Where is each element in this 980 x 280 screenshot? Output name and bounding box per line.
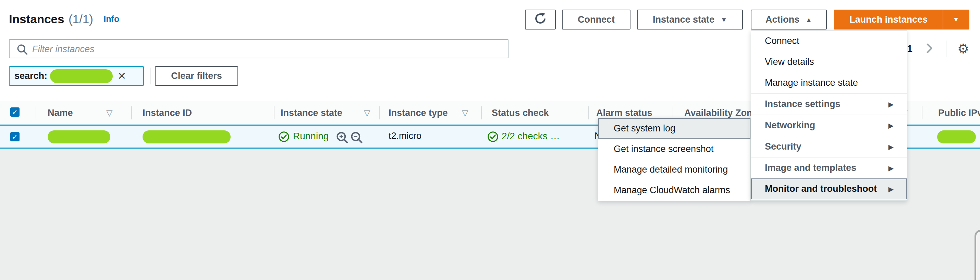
chevron-down-icon: ▼ — [953, 16, 959, 23]
instance-type-value: t2.micro — [388, 125, 422, 149]
status-check-value: 2/2 checks … — [502, 125, 560, 149]
clear-filters-label: Clear filters — [171, 71, 222, 81]
actions-button-label: Actions — [765, 14, 799, 25]
filter-tag-label: search: — [14, 71, 47, 81]
connect-button[interactable]: Connect — [562, 10, 630, 29]
status-ok-icon — [278, 131, 290, 144]
redacted-instance-name — [48, 130, 110, 144]
refresh-button[interactable] — [525, 10, 556, 29]
redacted-public-ip — [937, 130, 976, 144]
menu-item-instance-settings[interactable]: Instance settings ▶ — [751, 94, 907, 115]
instance-state-button[interactable]: Instance state ▼ — [637, 10, 743, 29]
page-header: Instances (1/1) Info — [9, 12, 119, 26]
column-divider — [36, 106, 36, 119]
submenu-arrow-icon: ▶ — [889, 100, 894, 109]
column-header-status-check[interactable]: Status check — [492, 101, 549, 125]
next-page-button[interactable] — [921, 41, 937, 57]
column-header-instance-state[interactable]: Instance state — [281, 101, 342, 125]
filter-tag-redacted-value — [50, 69, 113, 83]
menu-item-image-and-templates[interactable]: Image and templates ▶ — [751, 157, 907, 178]
pagination-divider — [946, 40, 947, 57]
sort-icon[interactable]: ▽ — [364, 101, 370, 125]
check-icon: ✓ — [12, 108, 18, 116]
submenu-item-get-system-log[interactable]: Get system log — [598, 118, 751, 139]
filter-instances-searchbox — [9, 39, 509, 58]
submenu-arrow-icon: ▶ — [889, 185, 894, 193]
select-all-checkbox[interactable]: ✓ — [10, 107, 19, 117]
submenu-arrow-icon: ▶ — [889, 122, 894, 130]
menu-item-label: Manage instance state — [765, 78, 858, 88]
clear-filters-button[interactable]: Clear filters — [155, 66, 238, 86]
gear-icon: ⚙ — [958, 41, 969, 56]
menu-item-connect[interactable]: Connect — [751, 30, 907, 51]
menu-item-view-details[interactable]: View details — [751, 51, 907, 72]
column-header-instance-id[interactable]: Instance ID — [143, 101, 192, 125]
page-title: Instances — [9, 12, 64, 26]
column-divider — [131, 106, 132, 119]
launch-instances-split-button: Launch instances ▼ — [834, 10, 969, 29]
column-header-name[interactable]: Name — [48, 101, 73, 125]
launch-instances-button[interactable]: Launch instances — [834, 10, 943, 29]
ec2-instances-page: Instances (1/1) Info Connect Instance st… — [0, 0, 980, 280]
check-icon: ✓ — [12, 133, 18, 141]
column-divider — [588, 106, 589, 119]
submenu-item-get-instance-screenshot[interactable]: Get instance screenshot — [598, 139, 751, 159]
submenu-item-manage-detailed-monitoring[interactable]: Manage detailed monitoring — [598, 159, 751, 180]
launch-instances-caret-button[interactable]: ▼ — [943, 10, 969, 29]
chevron-down-icon: ▼ — [721, 16, 727, 23]
submenu-arrow-icon: ▶ — [889, 143, 894, 151]
submenu-item-label: Manage detailed monitoring — [614, 164, 728, 175]
refresh-icon — [533, 12, 547, 28]
submenu-arrow-icon: ▶ — [889, 164, 894, 172]
sort-icon[interactable]: ▽ — [462, 101, 468, 125]
menu-item-manage-instance-state[interactable]: Manage instance state — [751, 72, 907, 93]
info-link[interactable]: Info — [103, 14, 119, 24]
instance-state-value: Running — [293, 125, 329, 149]
sort-icon[interactable]: ▽ — [106, 101, 112, 125]
launch-instances-label: Launch instances — [850, 14, 928, 25]
menu-item-networking[interactable]: Networking ▶ — [751, 115, 907, 136]
column-divider — [274, 106, 274, 119]
menu-item-label: Connect — [765, 36, 799, 46]
zoom-in-icon[interactable] — [336, 131, 349, 146]
row-checkbox[interactable]: ✓ — [10, 132, 19, 141]
menu-item-label: Networking — [765, 120, 815, 131]
redacted-instance-id — [143, 130, 231, 144]
chevron-right-icon — [923, 42, 935, 56]
split-panel-scrollbar[interactable] — [975, 230, 980, 280]
zoom-out-icon[interactable] — [350, 131, 363, 146]
menu-item-security[interactable]: Security ▶ — [751, 136, 907, 157]
remove-filter-icon[interactable]: ✕ — [118, 71, 126, 81]
search-input[interactable] — [32, 40, 506, 58]
connect-button-label: Connect — [578, 14, 615, 25]
column-divider — [481, 106, 482, 119]
submenu-item-manage-cloudwatch-alarms[interactable]: Manage CloudWatch alarms — [598, 180, 751, 200]
submenu-item-label: Get instance screenshot — [614, 144, 713, 154]
column-header-public-ipv4[interactable]: Public IPv4 — [938, 101, 980, 125]
monitor-troubleshoot-submenu: Get system log Get instance screenshot M… — [598, 118, 751, 201]
column-divider — [922, 106, 923, 119]
menu-item-monitor-and-troubleshoot[interactable]: Monitor and troubleshoot ▶ — [751, 178, 907, 199]
filter-bar-divider — [150, 67, 150, 85]
instance-count: (1/1) — [68, 12, 93, 26]
actions-button[interactable]: Actions ▲ — [751, 10, 827, 29]
column-divider — [379, 106, 380, 119]
column-header-instance-type[interactable]: Instance type — [388, 101, 448, 125]
filter-tag-search: search: ✕ — [9, 66, 144, 86]
menu-item-label: Instance settings — [765, 99, 840, 109]
chevron-up-icon: ▲ — [806, 16, 812, 23]
status-check-ok-icon — [487, 131, 499, 144]
menu-item-label: Security — [765, 141, 802, 152]
menu-item-label: View details — [765, 57, 814, 67]
instance-state-label: Instance state — [653, 14, 714, 25]
submenu-item-label: Manage CloudWatch alarms — [614, 185, 730, 195]
actions-menu: Connect View details Manage instance sta… — [751, 30, 907, 201]
submenu-item-label: Get system log — [614, 123, 675, 134]
menu-item-label: Image and templates — [765, 163, 856, 173]
menu-item-label: Monitor and troubleshoot — [765, 184, 877, 194]
preferences-button[interactable]: ⚙ — [955, 39, 972, 58]
